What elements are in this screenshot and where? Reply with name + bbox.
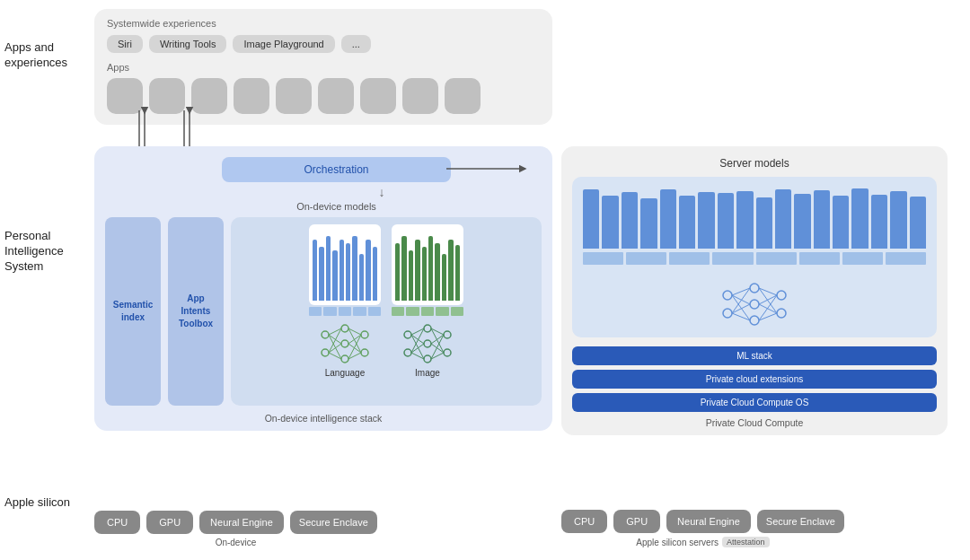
app-icon-8 xyxy=(402,78,438,114)
image-neural-net xyxy=(401,321,454,366)
chip-neural-ondevice: Neural Engine xyxy=(199,511,284,534)
label-apple-silicon: Apple silicon xyxy=(4,495,90,511)
svg-point-12 xyxy=(361,349,368,356)
svg-point-10 xyxy=(341,355,348,363)
image-model-chart: Image xyxy=(392,224,463,378)
svg-point-49 xyxy=(750,300,759,309)
server-box: Server models xyxy=(561,146,948,435)
language-label: Language xyxy=(325,368,366,378)
semantic-index-column: Semanticindex xyxy=(105,217,161,406)
ml-stack-bars: ML stack Private cloud extensions Privat… xyxy=(572,346,937,412)
svg-point-50 xyxy=(750,316,759,325)
ondevice-sublabel: On-device xyxy=(216,538,257,547)
svg-point-52 xyxy=(777,309,786,318)
private-cloud-os-bar: Private Cloud Compute OS xyxy=(572,393,937,412)
attestation-badge: Attestation xyxy=(722,537,770,547)
app-intents-column: AppIntentsToolbox xyxy=(168,217,224,406)
pis-box: Orchestration ↓ On-device models Semanti… xyxy=(94,146,552,431)
app-icon-9 xyxy=(445,78,481,114)
chip-enclave-server: Secure Enclave xyxy=(757,510,844,533)
svg-point-30 xyxy=(444,331,451,338)
label-apps-experiences: Apps andexperiences xyxy=(4,40,90,71)
silicon-server-section: CPU GPU Neural Engine Secure Enclave App… xyxy=(561,510,844,547)
svg-point-26 xyxy=(404,349,411,356)
on-device-stack-label: On-device intelligence stack xyxy=(105,413,542,424)
chip-neural-server: Neural Engine xyxy=(666,510,751,533)
server-models-area xyxy=(572,177,937,337)
app-icon-7 xyxy=(360,78,396,114)
systemwide-pills-row: Siri Writing Tools Image Playground ... xyxy=(107,35,540,53)
svg-point-8 xyxy=(341,325,348,332)
label-personal-intelligence: PersonalIntelligenceSystem xyxy=(4,229,90,275)
down-arrow: ↓ xyxy=(222,185,542,199)
pill-writing-tools: Writing Tools xyxy=(149,35,227,53)
svg-point-27 xyxy=(424,325,431,332)
server-neural-net xyxy=(719,279,790,328)
on-device-models-area: Language xyxy=(231,217,542,406)
svg-point-46 xyxy=(723,291,732,300)
svg-point-51 xyxy=(777,291,786,300)
svg-point-28 xyxy=(424,340,431,347)
chip-gpu-ondevice: GPU xyxy=(146,511,193,534)
orch-to-server-arrow xyxy=(446,159,532,179)
chip-enclave-ondevice: Secure Enclave xyxy=(290,511,377,534)
svg-point-25 xyxy=(404,331,411,338)
diagram-container: Apps andexperiences PersonalIntelligence… xyxy=(0,0,970,560)
svg-point-9 xyxy=(341,340,348,347)
orchestration-bar: Orchestration xyxy=(222,157,451,182)
chip-cpu-server: CPU xyxy=(561,510,607,533)
image-label: Image xyxy=(415,368,440,378)
app-intents-label: AppIntentsToolbox xyxy=(179,293,213,330)
apps-row-label: Apps xyxy=(107,62,540,73)
silicon-ondevice-section: CPU GPU Neural Engine Secure Enclave On-… xyxy=(94,511,377,547)
svg-point-6 xyxy=(322,331,329,338)
svg-point-31 xyxy=(444,349,451,356)
semantic-index-label: Semanticindex xyxy=(113,299,153,324)
svg-point-47 xyxy=(723,309,732,318)
server-sublabel: Apple silicon servers xyxy=(636,538,719,547)
server-models-label: Server models xyxy=(572,157,937,170)
chip-gpu-server: GPU xyxy=(613,510,660,533)
on-device-models-label: On-device models xyxy=(222,201,451,212)
svg-point-48 xyxy=(750,284,759,293)
app-icon-6 xyxy=(318,78,354,114)
svg-point-11 xyxy=(361,331,368,338)
chip-cpu-ondevice: CPU xyxy=(94,511,140,534)
private-cloud-compute-label: Private Cloud Compute xyxy=(572,417,937,428)
systemwide-label: Systemwide experiences xyxy=(107,18,540,29)
ml-stack-bar: ML stack xyxy=(572,346,937,365)
pill-more: ... xyxy=(341,35,371,53)
private-cloud-ext-bar: Private cloud extensions xyxy=(572,370,937,389)
pill-siri: Siri xyxy=(107,35,143,53)
pill-image-playground: Image Playground xyxy=(233,35,334,53)
svg-point-29 xyxy=(424,355,431,363)
language-model-chart: Language xyxy=(309,224,381,378)
svg-point-7 xyxy=(322,349,329,356)
language-neural-net xyxy=(318,321,372,366)
